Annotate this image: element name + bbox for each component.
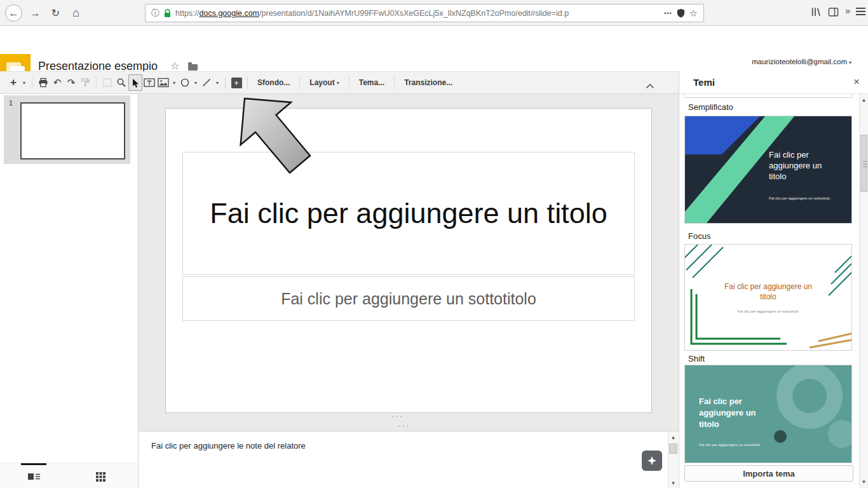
themes-scroll-down-icon[interactable]: ▼: [860, 479, 868, 485]
new-slide-caret-icon[interactable]: ▾: [20, 74, 28, 91]
notes-scroll-thumb[interactable]: [669, 444, 677, 454]
import-theme-button[interactable]: Importa tema: [684, 465, 853, 482]
back-icon[interactable]: ←: [5, 4, 22, 22]
lock-icon: [164, 9, 171, 18]
transition-button[interactable]: Transizione...: [398, 74, 458, 91]
move-to-folder-icon[interactable]: [188, 64, 198, 71]
scroll-handle-icon[interactable]: ···: [391, 414, 403, 419]
title-placeholder[interactable]: Fai clic per aggiungere un titolo: [182, 152, 635, 275]
background-button[interactable]: Sfondo...: [252, 74, 295, 91]
themes-scroll-up-icon[interactable]: ▲: [860, 97, 868, 103]
close-themes-icon[interactable]: ×: [853, 76, 860, 88]
theme-thumbnail-semplificato[interactable]: Fai clic per aggiungere un titolo Fai cl…: [684, 116, 852, 224]
insert-image-icon[interactable]: [156, 74, 170, 91]
theme-thumbnail-partial[interactable]: [684, 94, 852, 98]
pocket-shield-icon[interactable]: [677, 8, 685, 18]
layout-button[interactable]: Layout▾: [304, 74, 344, 91]
theme-thumbnail-focus[interactable]: Fai clic per aggiungere un titolo Fai cl…: [684, 244, 852, 351]
themes-panel-title: Temi: [693, 77, 715, 88]
theme-name-shift: Shift: [688, 354, 705, 363]
slide-canvas-area: Fai clic per aggiungere un titolo Fai cl…: [139, 94, 679, 431]
text-box-icon[interactable]: [142, 74, 156, 91]
line-tool-icon[interactable]: [200, 74, 214, 91]
view-switcher-footer: [0, 463, 139, 488]
grid-view-icon[interactable]: [90, 469, 111, 484]
new-slide-button[interactable]: +: [6, 74, 20, 91]
slide-thumbnail[interactable]: [20, 102, 125, 159]
refresh-icon[interactable]: ↻: [47, 4, 64, 22]
themes-scroll-thumb[interactable]: [860, 135, 867, 192]
notes-scrollbar[interactable]: ▲ ▼: [668, 432, 678, 488]
image-caret-icon[interactable]: ▾: [170, 74, 178, 91]
slide-thumbnail-selected[interactable]: 1: [4, 95, 130, 164]
account-caret-icon: ▾: [849, 60, 851, 65]
speaker-notes-placeholder[interactable]: Fai clic per aggiungere le note del rela…: [151, 441, 306, 451]
collapse-toolbar-icon[interactable]: [646, 80, 654, 92]
theme-button[interactable]: Tema...: [353, 74, 390, 91]
speaker-notes[interactable]: Fai clic per aggiungere le note del rela…: [139, 431, 679, 488]
forward-icon[interactable]: →: [27, 4, 44, 22]
notes-scroll-up-icon[interactable]: ▲: [668, 435, 678, 440]
edit-toolbar: + ▾ ↶ ↷ ▾ ▾ ▾: [0, 71, 679, 94]
star-document-icon[interactable]: ☆: [170, 60, 179, 72]
redo-icon[interactable]: ↷: [64, 74, 78, 91]
sidebar-panels-icon[interactable]: [828, 8, 839, 17]
theme-thumbnail-shift[interactable]: Fai clic per aggiungere un titolo Fai cl…: [684, 365, 852, 463]
line-caret-icon[interactable]: ▾: [214, 74, 221, 91]
select-tool-icon[interactable]: [128, 74, 142, 91]
slide-editor[interactable]: Fai clic per aggiungere un titolo Fai cl…: [165, 108, 652, 413]
shape-caret-icon[interactable]: ▾: [192, 74, 200, 91]
themes-panel-header: Temi ×: [679, 71, 868, 94]
filmstrip-view-icon[interactable]: [23, 469, 44, 484]
theme-name-focus: Focus: [688, 231, 710, 241]
print-icon[interactable]: [36, 74, 50, 91]
notes-resize-handle-icon[interactable]: ···: [391, 423, 417, 428]
shape-icon[interactable]: [178, 74, 192, 91]
subtitle-placeholder[interactable]: Fai clic per aggiungere un sottotitolo: [182, 276, 635, 321]
toolbar-overflow-icon[interactable]: »: [845, 5, 850, 16]
undo-icon[interactable]: ↶: [50, 74, 64, 91]
url-bar[interactable]: ⓘ https://docs.google.com/presentation/d…: [145, 4, 704, 22]
url-text[interactable]: https://docs.google.com/presentation/d/1…: [175, 9, 660, 18]
themes-scrollbar[interactable]: ▲ ▼: [859, 94, 868, 488]
app-header: Presentazione esempio ☆ maurizioteotelol…: [0, 26, 868, 71]
theme-name-semplificato: Semplificato: [688, 102, 733, 112]
themes-panel: Semplificato Fai clic per aggiungere un …: [679, 94, 859, 488]
home-icon[interactable]: ⌂: [67, 4, 85, 22]
browser-chrome: ← → ↻ ⌂ ⓘ https://docs.google.com/presen…: [0, 0, 868, 26]
account-email[interactable]: maurizioteotelolli@gmail.com▾: [752, 58, 851, 65]
layout-caret-icon: ▾: [337, 80, 339, 86]
zoom-icon[interactable]: [114, 74, 128, 91]
page-info-icon[interactable]: ⓘ: [151, 8, 159, 19]
screen: ← → ↻ ⌂ ⓘ https://docs.google.com/presen…: [0, 0, 868, 488]
library-icon[interactable]: [811, 6, 822, 17]
page-actions-icon[interactable]: •••: [664, 10, 672, 17]
slide-number: 1: [9, 99, 13, 107]
notes-scroll-down-icon[interactable]: ▼: [668, 480, 678, 486]
bookmark-star-icon[interactable]: ☆: [689, 8, 698, 19]
slide-filmstrip: 1: [0, 94, 139, 463]
paint-format-icon[interactable]: [78, 74, 92, 91]
active-view-indicator: [21, 463, 46, 465]
explore-button[interactable]: [642, 451, 662, 471]
hamburger-menu-icon[interactable]: [856, 8, 865, 15]
insert-comment-icon[interactable]: +: [229, 74, 243, 91]
zoom-fit-icon[interactable]: [100, 74, 114, 91]
